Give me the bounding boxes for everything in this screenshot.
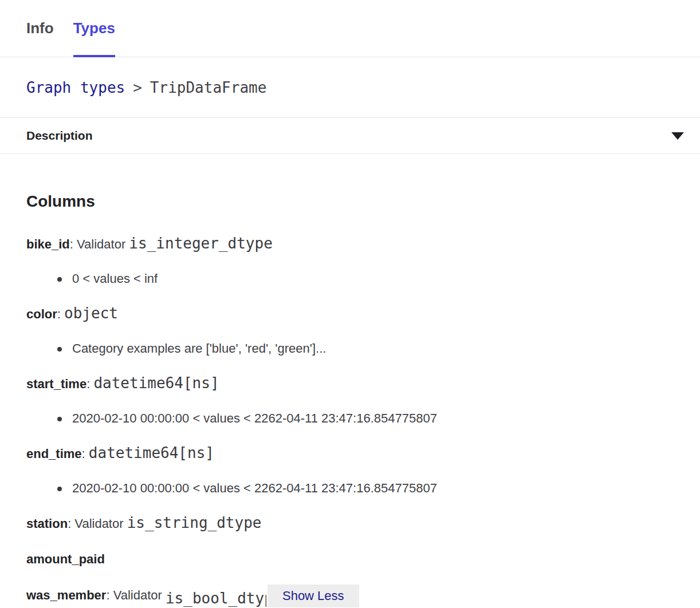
column-constraints: 0 < values < inf bbox=[26, 270, 674, 288]
column-dtype-code: object bbox=[64, 305, 118, 322]
column-field-was-member: was_member: Validator is_bool_dtypeShow … bbox=[26, 585, 674, 607]
description-label: Description bbox=[26, 129, 93, 143]
column-field-start-time: start_time: datetime64[ns] bbox=[26, 374, 674, 393]
tab-info[interactable]: Info bbox=[26, 0, 54, 57]
column-field-color: color: object bbox=[26, 304, 674, 323]
tab-types[interactable]: Types bbox=[73, 0, 115, 57]
breadcrumb-current: TripDataFrame bbox=[150, 79, 267, 96]
column-constraints: 2020-02-10 00:00:00 < values < 2262-04-1… bbox=[26, 479, 674, 498]
column-annotation: : Validator bbox=[70, 237, 129, 251]
column-annotation: : bbox=[57, 307, 64, 321]
column-dtype-code: is_integer_dtype bbox=[129, 235, 272, 252]
column-name: station bbox=[26, 516, 68, 531]
columns-section: Columns bike_id: Validator is_integer_dt… bbox=[0, 154, 700, 607]
column-dtype-code: is_bool_dtype bbox=[166, 589, 266, 607]
column-name: amount_paid bbox=[26, 552, 105, 566]
column-name: bike_id bbox=[26, 237, 70, 251]
column-dtype-code: datetime64[ns] bbox=[93, 374, 219, 392]
column-constraints: 2020-02-10 00:00:00 < values < 2262-04-1… bbox=[26, 409, 674, 428]
column-field-bike-id: bike_id: Validator is_integer_dtype bbox=[26, 234, 674, 254]
column-field-station: station: Validator is_string_dtype bbox=[26, 514, 674, 533]
constraint-item: 2020-02-10 00:00:00 < values < 2262-04-1… bbox=[26, 409, 674, 428]
constraint-item: 0 < values < inf bbox=[26, 270, 674, 288]
column-annotation: : bbox=[82, 447, 89, 461]
column-annotation: : Validator bbox=[106, 588, 166, 602]
column-name: end_time bbox=[26, 447, 82, 461]
breadcrumb: Graph types > TripDataFrame bbox=[0, 57, 700, 118]
column-dtype-code: is_string_dtype bbox=[127, 514, 262, 531]
breadcrumb-separator: > bbox=[133, 79, 142, 96]
column-dtype-code: datetime64[ns] bbox=[89, 444, 214, 461]
column-constraints: Category examples are ['blue', 'red', 'g… bbox=[26, 339, 674, 358]
description-section-header[interactable]: Description bbox=[0, 118, 700, 154]
show-less-button[interactable]: Show Less bbox=[268, 585, 359, 607]
column-name: was_member bbox=[26, 588, 106, 602]
breadcrumb-link-graph-types[interactable]: Graph types bbox=[26, 79, 125, 96]
column-name: start_time bbox=[26, 377, 86, 391]
caret-down-icon[interactable] bbox=[671, 132, 684, 140]
constraint-item: Category examples are ['blue', 'red', 'g… bbox=[26, 339, 674, 358]
column-field-end-time: end_time: datetime64[ns] bbox=[26, 444, 674, 463]
columns-heading: Columns bbox=[26, 192, 674, 211]
column-field-amount-paid: amount_paid bbox=[26, 549, 674, 568]
tab-bar: Info Types bbox=[0, 0, 700, 57]
column-name: color bbox=[26, 307, 57, 321]
constraint-item: 2020-02-10 00:00:00 < values < 2262-04-1… bbox=[26, 479, 674, 498]
column-annotation: : bbox=[86, 377, 93, 391]
column-annotation: : Validator bbox=[68, 516, 127, 531]
